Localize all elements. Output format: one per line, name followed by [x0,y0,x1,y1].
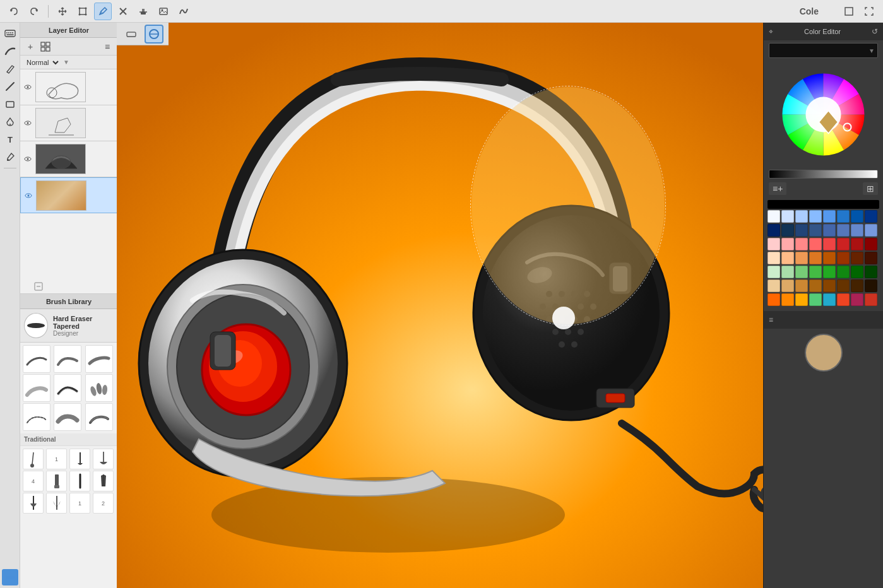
swatch-5-2[interactable] [781,266,794,278]
swatch-5-8[interactable] [865,266,877,278]
blend-mode-selector[interactable]: Normal Multiply Screen Overlay ▼ [20,56,117,69]
swatch-6-5[interactable] [823,279,836,292]
maximize-button[interactable] [840,3,858,20]
swatch-7-7[interactable] [851,293,863,306]
swatch-2-8[interactable] [865,224,877,237]
brush-item-9[interactable] [85,403,113,431]
brush-item-7[interactable] [23,403,50,431]
color-grid-mode-button[interactable]: ⊞ [863,182,878,195]
layer-item-1[interactable] [20,69,117,105]
swatch-6-7[interactable] [851,279,863,292]
image-tool-button[interactable] [155,3,172,20]
swatch-5-1[interactable] [767,266,780,278]
swatch-2-3[interactable] [795,224,808,237]
swatch-7-8[interactable] [865,293,877,306]
swatch-4-5[interactable] [823,252,836,264]
trad-brush-10[interactable] [46,493,67,514]
swatch-1-7[interactable] [851,210,863,223]
swatch-3-2[interactable] [781,238,794,250]
brush-item-8[interactable] [54,403,81,431]
blend-mode-dropdown[interactable]: Normal Multiply Screen Overlay [24,58,61,67]
swatch-1-4[interactable] [809,210,822,223]
brush-item-5[interactable] [54,374,81,402]
swatch-5-4[interactable] [809,266,822,278]
layer-visibility-1[interactable] [23,82,33,92]
swatch-2-4[interactable] [809,224,822,237]
trad-brush-4[interactable] [93,449,114,469]
swatch-6-1[interactable] [767,279,780,292]
fill-tool-button[interactable] [2,114,18,130]
selected-color-display[interactable] [805,334,843,372]
swatch-4-1[interactable] [767,252,780,264]
swatch-3-8[interactable] [865,238,877,250]
swatch-1-6[interactable] [837,210,850,223]
trad-brush-1[interactable] [23,449,44,469]
eyedropper-tool-button[interactable] [2,149,18,165]
layer-menu-button[interactable]: ≡ [101,40,114,53]
swatch-7-2[interactable] [781,293,794,306]
layer-visibility-2[interactable] [23,118,33,128]
swatch-6-6[interactable] [837,279,850,292]
swatch-1-8[interactable] [865,210,877,223]
trad-brush-9[interactable] [23,493,44,514]
swatch-4-4[interactable] [809,252,822,264]
brush-item-3[interactable] [85,345,113,373]
swatch-6-8[interactable] [865,279,877,292]
swatch-3-6[interactable] [837,238,850,250]
color-menu-button[interactable]: ≡ [769,315,773,324]
redo-button[interactable] [25,3,43,20]
canvas-area[interactable] [117,23,763,588]
brush-item-6[interactable] [85,374,113,402]
move-tool-button[interactable] [54,3,71,20]
swatch-3-7[interactable] [851,238,863,250]
swatch-7-6[interactable] [837,293,850,306]
swatch-2-2[interactable] [781,224,794,237]
layer-visibility-3[interactable] [23,154,33,164]
swatch-5-7[interactable] [851,266,863,278]
trad-brush-12[interactable]: 2 [93,493,114,514]
curve-tool-button[interactable] [175,3,193,20]
swatch-1-1[interactable] [767,210,780,223]
brush-item-1[interactable] [23,345,50,373]
text-tool-button[interactable]: T [2,131,18,148]
undo-button[interactable] [5,3,23,20]
layer-item-4[interactable] [20,177,117,213]
swatch-2-5[interactable] [823,224,836,237]
trad-brush-3[interactable] [69,449,90,469]
swatch-7-3[interactable] [795,293,808,306]
add-layer-button[interactable]: + [24,40,37,53]
swatch-6-3[interactable] [795,279,808,292]
layers-nav-button[interactable] [2,569,18,585]
swatch-3-3[interactable] [795,238,808,250]
swatch-5-5[interactable] [823,266,836,278]
swatch-3-5[interactable] [823,238,836,250]
swatch-1-3[interactable] [795,210,808,223]
color-reset-icon[interactable]: ↺ [872,27,878,36]
keyboard-tool-button[interactable] [2,25,18,42]
thumbnail-view-button[interactable] [39,40,52,53]
swatch-5-3[interactable] [795,266,808,278]
swatch-4-6[interactable] [837,252,850,264]
color-gradient-bar[interactable] [769,170,878,179]
color-slider-mode-button[interactable]: ≡+ [769,182,786,195]
pen-tool-button[interactable] [94,3,112,20]
swatch-4-3[interactable] [795,252,808,264]
line-tool-button[interactable] [2,78,18,95]
swatch-6-2[interactable] [781,279,794,292]
cut-tool-button[interactable] [114,3,132,20]
swatch-2-7[interactable] [851,224,863,237]
eraser-plain-button[interactable] [122,25,141,44]
swatch-1-2[interactable] [781,210,794,223]
swatch-3-1[interactable] [767,238,780,250]
layer-visibility-4[interactable] [23,191,33,201]
select-tool-button[interactable] [74,3,92,20]
swatch-7-4[interactable] [809,293,822,306]
swatch-2-6[interactable] [837,224,850,237]
stamp-tool-button[interactable] [134,3,152,20]
pencil-tool-button[interactable] [2,61,18,77]
trad-brush-11[interactable]: 1 [69,493,90,514]
swatch-6-4[interactable] [809,279,822,292]
swatch-4-7[interactable] [851,252,863,264]
eraser-circle-button[interactable] [145,25,163,44]
swatch-2-1[interactable] [767,224,780,237]
